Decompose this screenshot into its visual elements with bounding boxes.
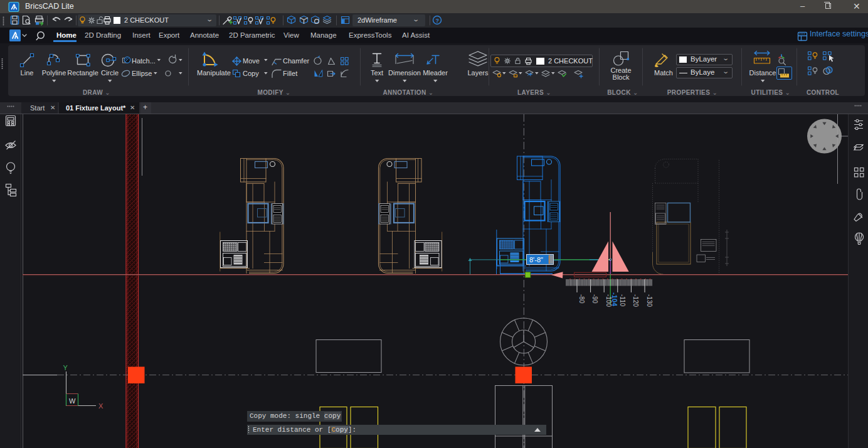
svg-text:-110: -110 bbox=[619, 294, 626, 307]
svg-text:-104: -104 bbox=[611, 292, 618, 307]
svg-text:X: X bbox=[98, 402, 103, 410]
svg-text:-120: -120 bbox=[632, 294, 639, 307]
svg-text:?: ? bbox=[436, 18, 440, 24]
svg-text:-130: -130 bbox=[646, 294, 653, 307]
svg-text:Y: Y bbox=[63, 364, 68, 371]
svg-text:8'-8": 8'-8" bbox=[529, 256, 543, 264]
svg-text:-90: -90 bbox=[591, 294, 598, 304]
svg-text:-80: -80 bbox=[578, 294, 585, 304]
svg-text:W: W bbox=[69, 397, 76, 405]
